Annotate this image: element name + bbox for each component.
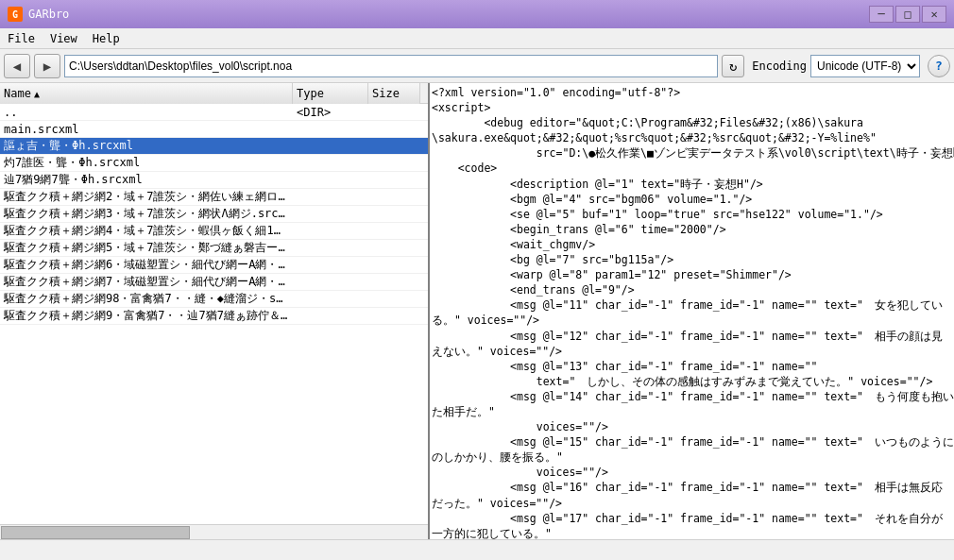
file-row[interactable]: 駆査クク積＋網ジ網6・域磁塑置シ・細代び網ーA網・け縫・.srcxml: [0, 257, 428, 274]
status-bar: [0, 539, 954, 560]
minimize-button[interactable]: ─: [869, 6, 894, 23]
file-name-cell: 駆査クク積＋網ジ網2・域＋7誰茨シ・網佐い練ェ網ロ.srcxml: [0, 189, 293, 205]
encoding-label: Encoding: [752, 59, 807, 73]
sort-arrow-name: ▲: [34, 89, 40, 99]
file-row[interactable]: 駆査クク積＋網ジ網98・富禽猶7・・縫・◆縫溜ジ・srcxml: [0, 291, 428, 308]
file-row[interactable]: 駆査クク積＋網ジ網9・富禽猶7・・辿7猶7縫ぁ跡佇＆縫・.srcxml: [0, 308, 428, 325]
col-header-size[interactable]: Size: [368, 83, 420, 104]
file-name-cell: 辿7猶9網7聾・Φh.srcxml: [0, 172, 293, 188]
file-name-cell: 駆査クク積＋網ジ網98・富禽猶7・・縫・◆縫溜ジ・srcxml: [0, 291, 293, 307]
help-button[interactable]: ?: [928, 55, 950, 77]
file-name-cell: 駆査クク積＋網ジ網5・域＋7誰茨シ・鄭づ縫ぁ磐吉ー魑・縫づ縫9.srcxml: [0, 240, 293, 256]
hscroll-thumb[interactable]: [1, 526, 190, 539]
close-button[interactable]: ✕: [922, 6, 946, 23]
file-name-cell: 駆査クク積＋網ジ網6・域磁塑置シ・細代び網ーA網・け縫・.srcxml: [0, 257, 293, 273]
path-input[interactable]: [64, 55, 718, 77]
file-name-cell: 駆査クク積＋網ジ網3・域＋7誰茨シ・網状Λ網ジ.srcxml: [0, 206, 293, 222]
forward-button[interactable]: ▶: [34, 54, 60, 78]
file-name-cell: main.srcxml: [0, 123, 293, 136]
file-row[interactable]: 駆査クク積＋網ジ網4・域＋7誰茨シ・蝦倶ヶ飯く細1細ゆ網い.srcxml: [0, 223, 428, 240]
menu-help[interactable]: Help: [85, 28, 128, 48]
main-content: Name ▲ Type Size ..<DIR>main.srcxml謳ょ吉・聾…: [0, 83, 954, 539]
text-panel: <?xml version="1.0" encoding="utf-8"?> <…: [430, 83, 954, 539]
app-icon: G: [8, 7, 23, 22]
menu-file[interactable]: File: [0, 28, 43, 48]
file-type-cell: <DIR>: [293, 106, 368, 119]
file-name-cell: 駆査クク積＋網ジ網4・域＋7誰茨シ・蝦倶ヶ飯く細1細ゆ網い.srcxml: [0, 223, 293, 239]
hscroll-track[interactable]: [0, 525, 428, 539]
maximize-button[interactable]: □: [895, 6, 920, 23]
file-name-cell: 駆査クク積＋網ジ網9・富禽猶7・・辿7猶7縫ぁ跡佇＆縫・.srcxml: [0, 308, 293, 324]
title-bar: G GARbro ─ □ ✕: [0, 0, 954, 28]
menu-view[interactable]: View: [43, 28, 85, 48]
file-row[interactable]: 辿7猶9網7聾・Φh.srcxml: [0, 172, 428, 189]
file-list[interactable]: ..<DIR>main.srcxml謳ょ吉・聾・Φh.srcxml灼7誰医・聾・…: [0, 104, 428, 524]
encoding-select[interactable]: Unicode (UTF-8) Shift-JIS UTF-16 ASCII: [810, 55, 920, 77]
file-row[interactable]: 駆査クク積＋網ジ網3・域＋7誰茨シ・網状Λ網ジ.srcxml: [0, 206, 428, 223]
toolbar: ◀ ▶ ↻ Encoding Unicode (UTF-8) Shift-JIS…: [0, 49, 954, 83]
title-text: GARbro: [28, 8, 867, 21]
col-header-type[interactable]: Type: [293, 83, 368, 104]
file-row[interactable]: 灼7誰医・聾・Φh.srcxml: [0, 155, 428, 172]
file-name-cell: 駆査クク積＋網ジ網7・域磁塑置シ・細代び網ーA網・け縫・縫.srcxml: [0, 274, 293, 290]
file-row[interactable]: ..<DIR>: [0, 104, 428, 121]
refresh-button[interactable]: ↻: [722, 55, 744, 77]
file-header: Name ▲ Type Size: [0, 83, 428, 104]
file-panel: Name ▲ Type Size ..<DIR>main.srcxml謳ょ吉・聾…: [0, 83, 430, 539]
file-name-cell: ..: [0, 106, 293, 119]
file-row[interactable]: 駆査クク積＋網ジ網7・域磁塑置シ・細代び網ーA網・け縫・縫.srcxml: [0, 274, 428, 291]
col-header-name[interactable]: Name ▲: [0, 83, 293, 104]
file-row[interactable]: 駆査クク積＋網ジ網2・域＋7誰茨シ・網佐い練ェ網ロ.srcxml: [0, 189, 428, 206]
menu-bar: File View Help: [0, 28, 954, 49]
file-row[interactable]: main.srcxml: [0, 121, 428, 138]
file-name-cell: 謳ょ吉・聾・Φh.srcxml: [0, 138, 293, 154]
file-row[interactable]: 駆査クク積＋網ジ網5・域＋7誰茨シ・鄭づ縫ぁ磐吉ー魑・縫づ縫9.srcxml: [0, 240, 428, 257]
file-row[interactable]: 謳ょ吉・聾・Φh.srcxml: [0, 138, 428, 155]
file-hscroll[interactable]: [0, 524, 428, 539]
back-button[interactable]: ◀: [4, 54, 30, 78]
file-name-cell: 灼7誰医・聾・Φh.srcxml: [0, 155, 293, 171]
